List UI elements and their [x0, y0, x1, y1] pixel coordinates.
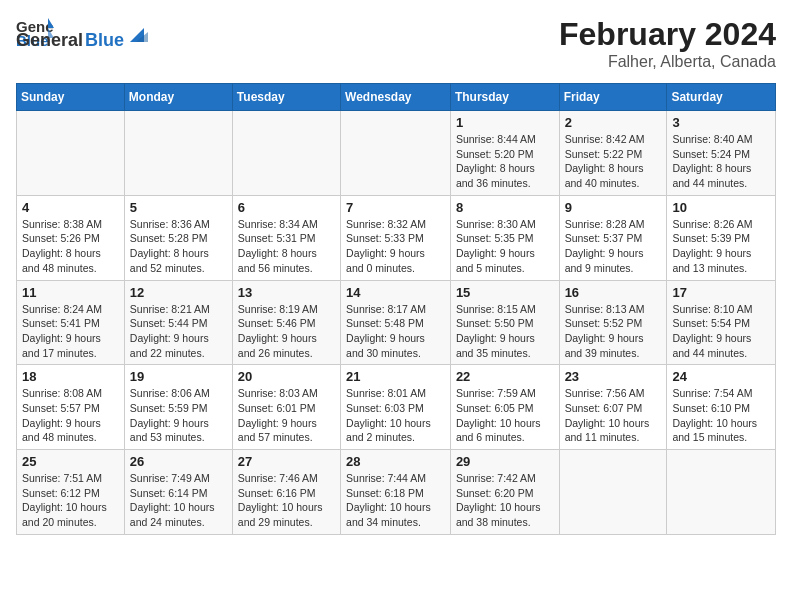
calendar-cell: 5Sunrise: 8:36 AMSunset: 5:28 PMDaylight…	[124, 195, 232, 280]
day-number: 27	[238, 454, 335, 469]
day-info: Sunrise: 8:40 AMSunset: 5:24 PMDaylight:…	[672, 132, 770, 191]
day-number: 3	[672, 115, 770, 130]
calendar-cell: 16Sunrise: 8:13 AMSunset: 5:52 PMDayligh…	[559, 280, 667, 365]
day-info: Sunrise: 7:51 AMSunset: 6:12 PMDaylight:…	[22, 471, 119, 530]
calendar-cell	[124, 111, 232, 196]
day-info: Sunrise: 8:17 AMSunset: 5:48 PMDaylight:…	[346, 302, 445, 361]
calendar-cell: 20Sunrise: 8:03 AMSunset: 6:01 PMDayligh…	[232, 365, 340, 450]
day-number: 7	[346, 200, 445, 215]
calendar-cell: 17Sunrise: 8:10 AMSunset: 5:54 PMDayligh…	[667, 280, 776, 365]
header-wednesday: Wednesday	[341, 84, 451, 111]
logo-triangle-icon	[126, 24, 148, 46]
day-info: Sunrise: 8:21 AMSunset: 5:44 PMDaylight:…	[130, 302, 227, 361]
day-info: Sunrise: 8:08 AMSunset: 5:57 PMDaylight:…	[22, 386, 119, 445]
day-number: 18	[22, 369, 119, 384]
calendar-cell: 19Sunrise: 8:06 AMSunset: 5:59 PMDayligh…	[124, 365, 232, 450]
calendar-cell: 11Sunrise: 8:24 AMSunset: 5:41 PMDayligh…	[17, 280, 125, 365]
day-info: Sunrise: 8:30 AMSunset: 5:35 PMDaylight:…	[456, 217, 554, 276]
day-info: Sunrise: 8:06 AMSunset: 5:59 PMDaylight:…	[130, 386, 227, 445]
calendar-cell: 23Sunrise: 7:56 AMSunset: 6:07 PMDayligh…	[559, 365, 667, 450]
day-number: 15	[456, 285, 554, 300]
day-number: 13	[238, 285, 335, 300]
calendar-cell: 28Sunrise: 7:44 AMSunset: 6:18 PMDayligh…	[341, 450, 451, 535]
day-number: 26	[130, 454, 227, 469]
header-thursday: Thursday	[450, 84, 559, 111]
day-number: 10	[672, 200, 770, 215]
calendar-cell: 22Sunrise: 7:59 AMSunset: 6:05 PMDayligh…	[450, 365, 559, 450]
calendar-week-row: 11Sunrise: 8:24 AMSunset: 5:41 PMDayligh…	[17, 280, 776, 365]
calendar-week-row: 18Sunrise: 8:08 AMSunset: 5:57 PMDayligh…	[17, 365, 776, 450]
day-info: Sunrise: 8:10 AMSunset: 5:54 PMDaylight:…	[672, 302, 770, 361]
day-number: 14	[346, 285, 445, 300]
day-info: Sunrise: 8:26 AMSunset: 5:39 PMDaylight:…	[672, 217, 770, 276]
day-info: Sunrise: 8:32 AMSunset: 5:33 PMDaylight:…	[346, 217, 445, 276]
calendar-header-row: SundayMondayTuesdayWednesdayThursdayFrid…	[17, 84, 776, 111]
day-number: 23	[565, 369, 662, 384]
day-info: Sunrise: 8:24 AMSunset: 5:41 PMDaylight:…	[22, 302, 119, 361]
calendar-cell: 2Sunrise: 8:42 AMSunset: 5:22 PMDaylight…	[559, 111, 667, 196]
logo: General Blue General Blue	[16, 16, 148, 51]
day-info: Sunrise: 8:28 AMSunset: 5:37 PMDaylight:…	[565, 217, 662, 276]
day-number: 4	[22, 200, 119, 215]
calendar-cell: 14Sunrise: 8:17 AMSunset: 5:48 PMDayligh…	[341, 280, 451, 365]
calendar-week-row: 25Sunrise: 7:51 AMSunset: 6:12 PMDayligh…	[17, 450, 776, 535]
calendar-cell	[559, 450, 667, 535]
calendar-cell	[17, 111, 125, 196]
header-friday: Friday	[559, 84, 667, 111]
header-tuesday: Tuesday	[232, 84, 340, 111]
calendar-cell: 8Sunrise: 8:30 AMSunset: 5:35 PMDaylight…	[450, 195, 559, 280]
day-info: Sunrise: 8:19 AMSunset: 5:46 PMDaylight:…	[238, 302, 335, 361]
calendar-cell	[667, 450, 776, 535]
day-number: 29	[456, 454, 554, 469]
logo-blue: Blue	[85, 30, 124, 51]
day-number: 1	[456, 115, 554, 130]
day-number: 12	[130, 285, 227, 300]
header-sunday: Sunday	[17, 84, 125, 111]
day-info: Sunrise: 7:46 AMSunset: 6:16 PMDaylight:…	[238, 471, 335, 530]
day-info: Sunrise: 8:42 AMSunset: 5:22 PMDaylight:…	[565, 132, 662, 191]
day-info: Sunrise: 7:44 AMSunset: 6:18 PMDaylight:…	[346, 471, 445, 530]
calendar-cell	[232, 111, 340, 196]
day-info: Sunrise: 8:15 AMSunset: 5:50 PMDaylight:…	[456, 302, 554, 361]
logo-general: General	[16, 30, 83, 51]
day-number: 22	[456, 369, 554, 384]
day-info: Sunrise: 7:54 AMSunset: 6:10 PMDaylight:…	[672, 386, 770, 445]
calendar-cell: 13Sunrise: 8:19 AMSunset: 5:46 PMDayligh…	[232, 280, 340, 365]
calendar-cell: 15Sunrise: 8:15 AMSunset: 5:50 PMDayligh…	[450, 280, 559, 365]
day-number: 19	[130, 369, 227, 384]
calendar-cell: 27Sunrise: 7:46 AMSunset: 6:16 PMDayligh…	[232, 450, 340, 535]
day-number: 9	[565, 200, 662, 215]
day-number: 2	[565, 115, 662, 130]
calendar-cell: 6Sunrise: 8:34 AMSunset: 5:31 PMDaylight…	[232, 195, 340, 280]
day-number: 21	[346, 369, 445, 384]
day-number: 8	[456, 200, 554, 215]
calendar-cell: 9Sunrise: 8:28 AMSunset: 5:37 PMDaylight…	[559, 195, 667, 280]
day-number: 25	[22, 454, 119, 469]
calendar-cell: 7Sunrise: 8:32 AMSunset: 5:33 PMDaylight…	[341, 195, 451, 280]
day-info: Sunrise: 8:34 AMSunset: 5:31 PMDaylight:…	[238, 217, 335, 276]
day-number: 6	[238, 200, 335, 215]
calendar-week-row: 1Sunrise: 8:44 AMSunset: 5:20 PMDaylight…	[17, 111, 776, 196]
calendar-title-area: February 2024 Falher, Alberta, Canada	[559, 16, 776, 71]
calendar-table: SundayMondayTuesdayWednesdayThursdayFrid…	[16, 83, 776, 535]
day-info: Sunrise: 8:36 AMSunset: 5:28 PMDaylight:…	[130, 217, 227, 276]
calendar-cell: 10Sunrise: 8:26 AMSunset: 5:39 PMDayligh…	[667, 195, 776, 280]
day-number: 5	[130, 200, 227, 215]
day-info: Sunrise: 7:49 AMSunset: 6:14 PMDaylight:…	[130, 471, 227, 530]
calendar-cell: 1Sunrise: 8:44 AMSunset: 5:20 PMDaylight…	[450, 111, 559, 196]
day-info: Sunrise: 7:59 AMSunset: 6:05 PMDaylight:…	[456, 386, 554, 445]
calendar-cell: 12Sunrise: 8:21 AMSunset: 5:44 PMDayligh…	[124, 280, 232, 365]
day-number: 11	[22, 285, 119, 300]
calendar-title: February 2024	[559, 16, 776, 53]
day-number: 28	[346, 454, 445, 469]
header-saturday: Saturday	[667, 84, 776, 111]
calendar-cell: 3Sunrise: 8:40 AMSunset: 5:24 PMDaylight…	[667, 111, 776, 196]
day-number: 24	[672, 369, 770, 384]
calendar-cell: 25Sunrise: 7:51 AMSunset: 6:12 PMDayligh…	[17, 450, 125, 535]
calendar-cell: 29Sunrise: 7:42 AMSunset: 6:20 PMDayligh…	[450, 450, 559, 535]
calendar-week-row: 4Sunrise: 8:38 AMSunset: 5:26 PMDaylight…	[17, 195, 776, 280]
day-number: 17	[672, 285, 770, 300]
day-info: Sunrise: 8:01 AMSunset: 6:03 PMDaylight:…	[346, 386, 445, 445]
header-monday: Monday	[124, 84, 232, 111]
day-info: Sunrise: 8:03 AMSunset: 6:01 PMDaylight:…	[238, 386, 335, 445]
